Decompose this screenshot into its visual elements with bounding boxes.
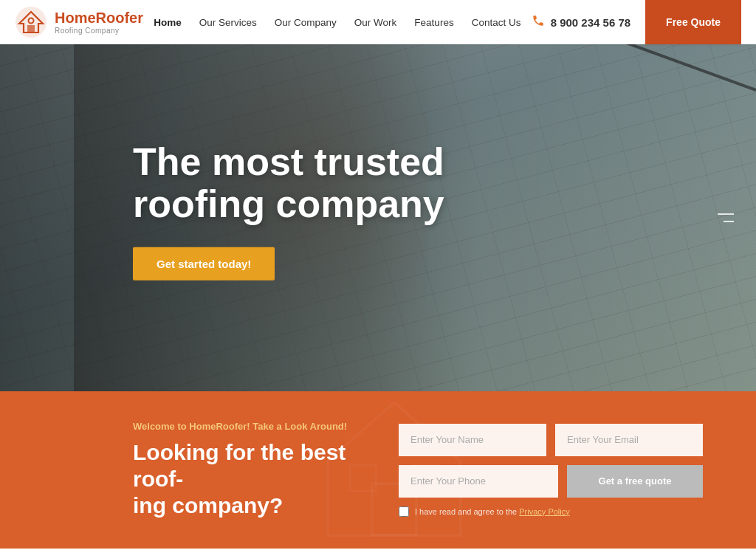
lead-section: Welcome to HomeRoofer! Take a Look Aroun… — [0, 391, 756, 549]
phone-area: 8 900 234 56 78 — [532, 14, 645, 31]
phone-number: 8 900 234 56 78 — [551, 16, 630, 29]
brand-name: HomeRoofer — [55, 10, 143, 27]
privacy-checkbox[interactable] — [399, 506, 409, 517]
brand-tagline: Roofing Company — [55, 27, 143, 35]
logo[interactable]: HomeRoofer Roofing Company — [15, 6, 143, 38]
welcome-text: Welcome to HomeRoofer! Take a Look Aroun… — [133, 421, 354, 432]
slider-dash-2 — [724, 221, 734, 222]
privacy-link[interactable]: Privacy Policy — [519, 507, 569, 516]
hero-section: The most trusted roofing company Get sta… — [0, 44, 756, 391]
quote-submit-button[interactable]: Get a free quote — [567, 465, 703, 498]
nav-contact[interactable]: Contact Us — [472, 17, 521, 28]
nav-services[interactable]: Our Services — [199, 17, 257, 28]
header-right: 8 900 234 56 78 Free Quote — [532, 0, 741, 44]
name-input[interactable] — [399, 424, 546, 456]
lead-text: Welcome to HomeRoofer! Take a Look Aroun… — [133, 421, 354, 519]
slider-indicator — [718, 213, 734, 222]
slider-dash-1 — [718, 213, 734, 215]
nav-company[interactable]: Our Company — [275, 17, 337, 28]
site-header: HomeRoofer Roofing Company Home Our Serv… — [0, 0, 756, 44]
form-row-1 — [399, 424, 703, 456]
privacy-row: I have read and agree to the Privacy Pol… — [399, 506, 703, 517]
logo-icon — [15, 6, 47, 38]
hero-cta-button[interactable]: Get started today! — [133, 247, 275, 281]
free-quote-button[interactable]: Free Quote — [645, 0, 741, 44]
lead-heading: Looking for the best roof- ing company? — [133, 439, 354, 519]
phone-icon — [532, 14, 545, 31]
phone-input[interactable] — [399, 465, 558, 498]
nav-home[interactable]: Home — [154, 17, 182, 28]
hero-content: The most trusted roofing company Get sta… — [133, 141, 444, 281]
privacy-label: I have read and agree to the Privacy Pol… — [415, 507, 570, 516]
nav-features[interactable]: Features — [414, 17, 453, 28]
nav-work[interactable]: Our Work — [354, 17, 397, 28]
hero-title: The most trusted roofing company — [133, 141, 444, 225]
main-nav: Home Our Services Our Company Our Work F… — [154, 17, 520, 28]
lead-form: Get a free quote I have read and agree t… — [399, 424, 703, 517]
email-input[interactable] — [555, 424, 703, 456]
form-row-2: Get a free quote — [399, 465, 703, 498]
svg-rect-2 — [27, 25, 35, 32]
